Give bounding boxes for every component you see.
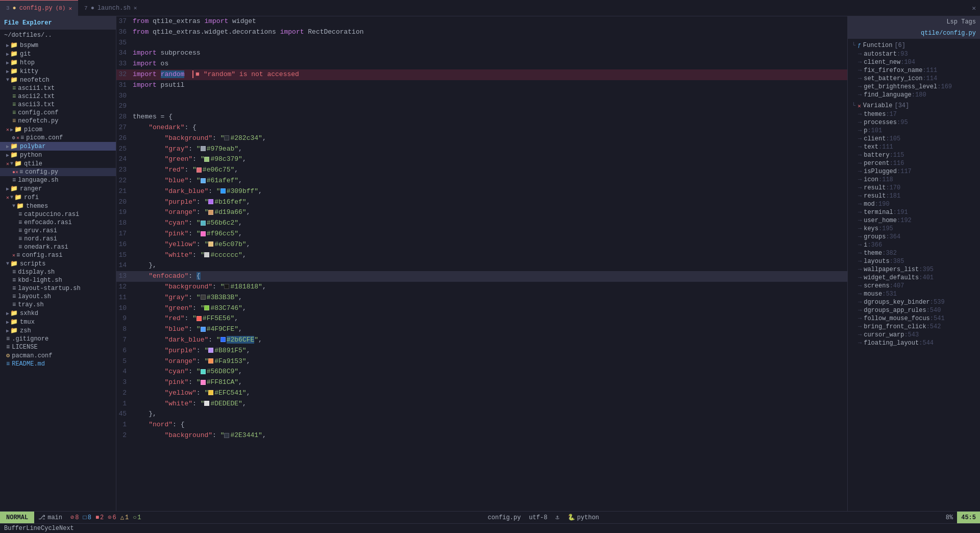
- fe-item-layout-startup[interactable]: ≡ layout-startup.sh: [0, 284, 116, 293]
- lsp-item-icon[interactable]: → icon:118: [848, 176, 980, 184]
- fe-item-catpuccino[interactable]: ≡ catpuccino.rasi: [0, 210, 116, 219]
- fe-root: ~/dotfiles/..: [0, 30, 116, 41]
- lsp-item-result1[interactable]: → result:170: [848, 184, 980, 192]
- lsp-item-layouts[interactable]: → layouts:385: [848, 257, 980, 265]
- lsp-item-fix-firefox[interactable]: → fix_firefox_name:111: [848, 66, 980, 75]
- lsp-item-mod[interactable]: → mod:190: [848, 200, 980, 208]
- fe-item-rofi[interactable]: ✕ ▼ 📁 rofi: [0, 193, 116, 202]
- lsp-item-floating-layout[interactable]: → floating_layout:544: [848, 339, 980, 347]
- lsp-item-theme[interactable]: → theme:382: [848, 249, 980, 257]
- line-content-7: "dark_blue": "#2b6CFE",: [133, 336, 847, 344]
- tab-launch-sh[interactable]: 7 ● launch.sh ✕: [78, 0, 143, 16]
- circle-icon: ⊙: [108, 514, 111, 521]
- fe-item-picom[interactable]: ✕ ▶ 📁 picom: [0, 125, 116, 134]
- fe-item-pacman[interactable]: ⚙ pacman.conf: [0, 351, 116, 360]
- fe-item-neofetch-py[interactable]: ≡ neofetch.py: [0, 117, 116, 125]
- fe-item-tmux[interactable]: ▶ 📁 tmux: [0, 318, 116, 326]
- fe-item-polybar[interactable]: ▶ 📁 polybar: [0, 142, 116, 151]
- line-content-5: "orange": "#Fa9153",: [133, 357, 847, 365]
- lsp-item-dgroups-key-binder[interactable]: → dgroups_key_binder:539: [848, 298, 980, 306]
- lsp-item-p[interactable]: → p:101: [848, 127, 980, 135]
- lsp-item-mouse[interactable]: → mouse:531: [848, 290, 980, 298]
- fe-item-gruv[interactable]: ≡ gruv.rasi: [0, 227, 116, 235]
- arrow-icon: →: [858, 160, 862, 167]
- lsp-line-widget-defaults: :401: [919, 274, 934, 281]
- lsp-item-text[interactable]: → text:111: [848, 143, 980, 151]
- fe-item-scripts[interactable]: ▼ 📁 scripts: [0, 259, 116, 268]
- lsp-item-client[interactable]: → client:105: [848, 135, 980, 143]
- fe-item-git[interactable]: ▶ 📁 git: [0, 50, 116, 58]
- fe-item-python[interactable]: ▶ 📁 python: [0, 151, 116, 159]
- fe-item-config-rasi[interactable]: ✕ ≡ config.rasi: [0, 251, 116, 259]
- fe-item-layout-sh[interactable]: ≡ layout.sh: [0, 293, 116, 301]
- lsp-item-i[interactable]: → i:366: [848, 241, 980, 249]
- arrow-icon: →: [858, 282, 862, 289]
- lsp-item-terminal[interactable]: → terminal:191: [848, 208, 980, 216]
- fe-item-picom-conf[interactable]: ⚙ ✕ ≡ picom.conf: [0, 134, 116, 142]
- lsp-line-autostart: :93: [897, 51, 908, 58]
- fe-item-config-conf[interactable]: ≡ config.conf: [0, 109, 116, 117]
- fe-item-readme[interactable]: ≡ README.md: [0, 360, 116, 368]
- lsp-item-isplugged[interactable]: → isPlugged:117: [848, 167, 980, 176]
- window-close-icon[interactable]: ✕: [972, 5, 976, 12]
- line-num-30: 30: [116, 91, 133, 102]
- lsp-item-wallpapers-list[interactable]: → wallpapers_list:395: [848, 265, 980, 274]
- lsp-item-keys[interactable]: → keys:195: [848, 225, 980, 233]
- code-content[interactable]: 37 from qtile_extras import widget 36 fr…: [116, 16, 847, 511]
- lsp-name-terminal: terminal: [864, 209, 893, 216]
- lsp-line-client: :105: [886, 135, 900, 142]
- code-line-26: 26 "background": "#282c34",: [116, 133, 847, 144]
- fe-item-display-sh[interactable]: ≡ display.sh: [0, 268, 116, 276]
- chevron-right-icon: ▶: [6, 68, 9, 75]
- fe-item-neofetch[interactable]: ▼ 📁 neofetch: [0, 76, 116, 84]
- line-content-9: "red": "#FF5E56",: [133, 314, 847, 322]
- fe-item-qtile[interactable]: ✕ ▼ 📁 qtile: [0, 159, 116, 168]
- fe-label-gruv: gruv.rasi: [24, 227, 57, 234]
- lsp-item-cursor-warp[interactable]: → cursor_warp:543: [848, 331, 980, 339]
- tab-config-py[interactable]: 3 ● config.py (8) ✕: [0, 0, 78, 16]
- lsp-item-client-new[interactable]: → client_new:104: [848, 58, 980, 66]
- lsp-item-bring-front-click[interactable]: → bring_front_click:542: [848, 323, 980, 331]
- fe-item-themes[interactable]: ▼ 📁 themes: [0, 202, 116, 210]
- fe-item-ranger[interactable]: ▶ 📁 ranger: [0, 184, 116, 193]
- fe-item-ascii3[interactable]: ≡ ascii3.txt: [0, 101, 116, 109]
- fe-item-enfocado-rasi[interactable]: ≡ enfocado.rasi: [0, 219, 116, 227]
- lsp-item-groups[interactable]: → groups:364: [848, 233, 980, 241]
- fe-item-bspwm[interactable]: ▶ 📁 bspwm: [0, 41, 116, 50]
- lsp-item-percent[interactable]: → percent:116: [848, 159, 980, 167]
- status-lang: 🐍 python: [568, 514, 599, 521]
- fe-item-nord-rasi[interactable]: ≡ nord.rasi: [0, 235, 116, 243]
- fe-item-gitignore[interactable]: ≡ .gitignore: [0, 335, 116, 343]
- lsp-item-follow-mouse[interactable]: → follow_mouse_focus:541: [848, 314, 980, 323]
- lsp-item-set-battery[interactable]: → set_battery_icon:114: [848, 75, 980, 83]
- tab-close-btn-2[interactable]: ✕: [134, 5, 137, 11]
- code-line-21: 21 "dark_blue": "#309bff",: [116, 186, 847, 197]
- fe-item-ascii2[interactable]: ≡ ascii2.txt: [0, 92, 116, 101]
- lsp-item-themes[interactable]: → themes:17: [848, 110, 980, 118]
- fe-item-sxhkd[interactable]: ▶ 📁 sxhkd: [0, 309, 116, 318]
- lsp-item-screens[interactable]: → screens:407: [848, 282, 980, 290]
- fe-item-tray-sh[interactable]: ≡ tray.sh: [0, 301, 116, 309]
- lsp-item-dgroups-app-rules[interactable]: → dgroups_app_rules:540: [848, 306, 980, 314]
- fe-item-language-sh[interactable]: ≡ language.sh: [0, 176, 116, 184]
- fe-item-qtile-config[interactable]: ● ✕ ≡ config.py: [0, 168, 116, 176]
- fe-item-htop[interactable]: ▶ 📁 htop: [0, 58, 116, 67]
- lsp-item-user-home[interactable]: → user_home:192: [848, 216, 980, 225]
- fe-item-kbd-light[interactable]: ≡ kbd-light.sh: [0, 276, 116, 284]
- lsp-item-get-brightness[interactable]: → get_brightness_level:169: [848, 83, 980, 91]
- lsp-item-processes[interactable]: → processes:95: [848, 118, 980, 127]
- fe-item-onedark-rasi[interactable]: ≡ onedark.rasi: [0, 243, 116, 251]
- lsp-item-find-language[interactable]: → find_language:180: [848, 91, 980, 99]
- fe-item-kitty[interactable]: ▶ 📁 kitty: [0, 67, 116, 76]
- tab-close-btn[interactable]: ✕: [68, 5, 72, 12]
- lsp-item-result2[interactable]: → result:181: [848, 192, 980, 200]
- line-content-28: themes = {: [133, 113, 847, 120]
- arrow-icon: →: [858, 290, 862, 298]
- lsp-item-battery[interactable]: → battery:115: [848, 151, 980, 159]
- fe-item-ascii1[interactable]: ≡ ascii1.txt: [0, 84, 116, 92]
- fe-item-license[interactable]: ≡ LICENSE: [0, 343, 116, 351]
- fe-item-zsh[interactable]: ▶ 📁 zsh: [0, 326, 116, 335]
- lsp-item-widget-defaults[interactable]: → widget_defaults:401: [848, 274, 980, 282]
- x-icon: ✕: [6, 127, 9, 133]
- lsp-item-autostart[interactable]: → autostart:93: [848, 50, 980, 58]
